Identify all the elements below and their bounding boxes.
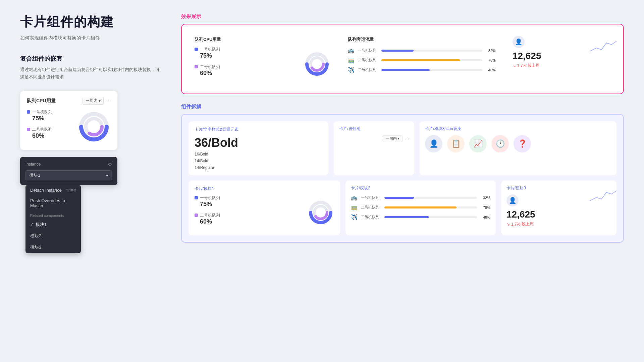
module1-label-1: 一号机队列 [200, 195, 220, 201]
breakdown-bottom-row: 卡片/模块1 一号机队列 75% [189, 181, 616, 235]
effect-dot-2 [195, 65, 198, 68]
module3-icon: 👤 [506, 194, 519, 206]
effect-cpu-body: 一号机队列 75% 二号机队列 60% [195, 47, 330, 81]
legend-list: 一号机队列 75% 二号机队列 60% [27, 109, 52, 144]
traffic-pct-1: 32% [486, 49, 496, 53]
traffic-pct-3: 48% [486, 68, 496, 72]
effect-showcase: 队列CPU用量 一号机队列 75% [181, 24, 624, 94]
breakdown-text-subtitle: 卡片/文字样式&背景元素 [195, 127, 322, 132]
module1-item[interactable]: ✓ 模块1 [25, 219, 81, 230]
effect-card-cpu: 队列CPU用量 一号机队列 75% [189, 31, 336, 87]
text-item-2: 14/Bold [195, 159, 322, 163]
module2-row-3: ✈️ 二号机队列 48% [351, 214, 490, 220]
module3-trend: ↘ 1.7% 较上周 [506, 221, 611, 227]
module1-legend: 一号机队列 75% 二号机队列 60% [195, 195, 220, 230]
traffic-label-2: 二号机队列 [358, 58, 378, 63]
card-preview-body: 一号机队列 75% 二号机队列 60% [27, 109, 111, 144]
traffic-icon-3: ✈️ [348, 67, 355, 73]
module1-body: 一号机队列 75% 二号机队列 60% [195, 195, 334, 230]
icon-circle-2[interactable]: 📋 [447, 135, 465, 153]
traffic-fill-3 [381, 69, 430, 71]
mini-week-btn[interactable]: 一周内 ▾ [383, 135, 402, 142]
mini-dots-btn[interactable]: ··· [405, 136, 409, 141]
module2-fill-1 [384, 197, 414, 199]
traffic-fill-1 [381, 50, 414, 52]
breakdown-label: 组件拆解 [181, 104, 624, 110]
module3-trend-chart [590, 187, 616, 204]
module2-row-1: 🚌 一号机队列 32% [351, 194, 490, 201]
breakdown-text-card: 卡片/文字样式&背景元素 36/Bold 16/Bold 14/Bold 14/… [189, 121, 328, 175]
module1-donut [307, 199, 334, 226]
effect-legend-2: 二号机队列 60% [195, 64, 220, 77]
module1-subtitle: 卡片/模块1 [195, 186, 334, 192]
module2-bar-3 [384, 216, 477, 218]
btn-group-header: 一周内 ▾ ··· [339, 135, 409, 142]
traffic-pct-2: 78% [486, 58, 496, 62]
module2-pct-2: 78% [480, 205, 490, 209]
detach-instance-item[interactable]: Detach Instance ⌥⌘B [25, 185, 81, 195]
push-overrides-item[interactable]: Push Overrides to Master [25, 195, 81, 211]
big-text-main: 36/Bold [195, 136, 322, 150]
breakdown-module1-card: 卡片/模块1 一号机队列 75% [189, 181, 340, 235]
text-item-1: 16/Bold [195, 152, 322, 157]
module2-item[interactable]: 模块2 [25, 230, 81, 242]
legend-label-2: 二号机队列 [32, 127, 52, 132]
donut-chart [77, 110, 111, 143]
effect-label-1: 一号机队列 [200, 47, 220, 52]
module3-value: 12,625 [506, 209, 611, 220]
module2-bar-1 [384, 197, 477, 199]
effect-traffic-title: 队列客运流量 [348, 37, 496, 43]
instance-label: Instance [25, 162, 41, 167]
module1-val-1: 75% [200, 201, 220, 208]
icon-circle-4[interactable]: 🕐 [491, 135, 509, 153]
icon-circle-3[interactable]: 📈 [469, 135, 487, 153]
module2-fill-2 [384, 206, 457, 208]
instance-header: Instance ⊙ [25, 162, 112, 167]
related-components-label: Related components [25, 211, 81, 219]
legend-dot-1 [27, 110, 30, 114]
effect-dot-1 [195, 48, 198, 51]
icon-circle-5[interactable]: ❓ [514, 135, 531, 153]
trend-line-chart [590, 38, 616, 55]
icon-row: 👤 📋 📈 🕐 ❓ [425, 135, 611, 153]
right-panel: 效果展示 队列CPU用量 一号机队列 75% [181, 13, 624, 349]
module3-item[interactable]: 模块3 [25, 242, 81, 253]
page: 卡片组件的构建 如何实现组件内模块可替换的卡片组件 复合组件的嵌套 通过对现有组… [0, 0, 644, 362]
module2-bar-2 [384, 206, 477, 208]
module2-row-2: 🚃 二号机队列 78% [351, 204, 490, 210]
component-breakdown: 卡片/文字样式&背景元素 36/Bold 16/Bold 14/Bold 14/… [181, 114, 624, 243]
module2-icon-3: ✈️ [351, 214, 358, 220]
module1-label-2: 二号机队列 [200, 213, 220, 218]
main-title: 卡片组件的构建 [20, 13, 161, 31]
week-button[interactable]: 一周内 ▾ [83, 97, 104, 105]
module3-arrow-icon: ↘ [506, 222, 510, 227]
checkmark-icon: ✓ [30, 222, 34, 227]
instance-select[interactable]: 模块1 ▾ [25, 170, 112, 180]
traffic-label-1: 一号机队列 [358, 48, 378, 53]
module2-label-2: 二号机队列 [361, 205, 381, 210]
module1-legend-2: 二号机队列 60% [195, 213, 220, 225]
traffic-icon-1: 🚌 [348, 47, 355, 54]
module2-label-1: 一号机队列 [361, 195, 381, 200]
effect-label: 效果展示 [181, 13, 624, 20]
left-panel: 卡片组件的构建 如何实现组件内模块可替换的卡片组件 复合组件的嵌套 通过对现有组… [20, 13, 161, 349]
section-desc: 通过对现有组件进行组合新建为复合组件可以实现组件内的模块替换，可满足不同业务设计… [20, 66, 161, 81]
module2-pct-3: 48% [480, 215, 490, 219]
module2-label-3: 二号机队列 [361, 215, 381, 220]
effect-val-1: 75% [200, 52, 220, 59]
traffic-row-3: ✈️ 二号机队列 48% [348, 67, 496, 73]
icon-circle-1[interactable]: 👤 [425, 135, 442, 153]
traffic-row-1: 🚌 一号机队列 32% [348, 47, 496, 54]
dots-button[interactable]: ··· [106, 98, 111, 104]
legend-item-1: 一号机队列 75% [27, 109, 52, 122]
breakdown-module2-card: 卡片/模块2 🚌 一号机队列 32% 🚃 二号机队列 [345, 181, 496, 235]
traffic-icon-2: 🚃 [348, 57, 355, 63]
legend-item-2: 二号机队列 60% [27, 127, 52, 139]
main-desc: 如何实现组件内模块可替换的卡片组件 [20, 35, 161, 41]
text-item-3: 14/Regular [195, 165, 322, 170]
module2-icon-1: 🚌 [351, 194, 358, 201]
breakdown-top-row: 卡片/文字样式&背景元素 36/Bold 16/Bold 14/Bold 14/… [189, 121, 616, 175]
effect-cpu-legend: 一号机队列 75% 二号机队列 60% [195, 47, 220, 81]
effect-donut [304, 51, 330, 77]
effect-card-num: 👤 12,625 ↘ 1.7% 较上周 [507, 31, 616, 87]
